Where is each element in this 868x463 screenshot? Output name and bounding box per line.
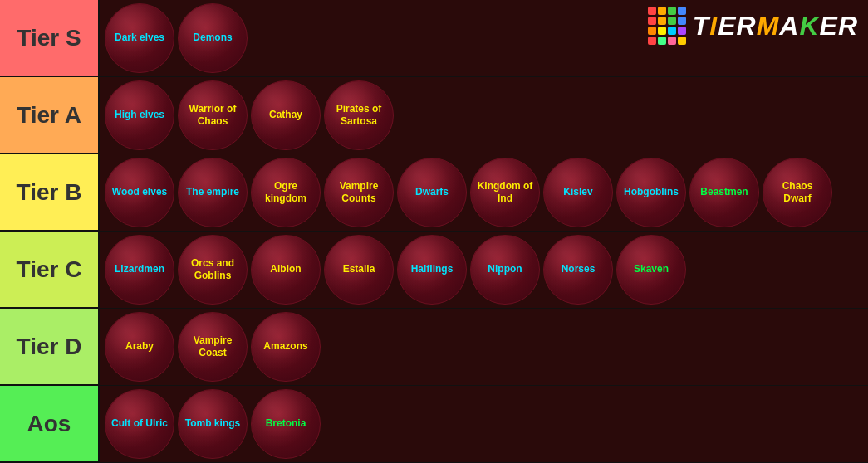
tier-item[interactable]: Tomb kings <box>178 389 248 459</box>
tier-item[interactable]: Kislev <box>543 158 613 227</box>
tier-item-label: Pirates of Sartosa <box>330 103 388 127</box>
tier-item-label: Araby <box>125 340 154 352</box>
tier-item-label: Beastmen <box>700 186 748 197</box>
logo-grid <box>648 7 686 45</box>
tier-item[interactable]: Pirates of Sartosa <box>324 80 394 150</box>
tier-item[interactable]: Dwarfs <box>397 158 467 227</box>
tier-item[interactable]: Norses <box>543 235 613 305</box>
tier-item-label: The empire <box>186 186 239 197</box>
tier-item-label: Chaos Dwarf <box>768 180 826 204</box>
tier-item-label: Dark elves <box>115 32 164 43</box>
tier-item[interactable]: Chaos Dwarf <box>763 158 832 227</box>
tier-row-tier-aos: AosCult of UlricTomb kingsBretonia <box>0 386 868 463</box>
tier-row-tier-d: Tier DArabyVampire CoastAmazons <box>0 309 868 386</box>
tier-item[interactable]: Nippon <box>470 235 540 305</box>
tier-item[interactable]: Araby <box>105 312 174 382</box>
tier-items-tier-a: High elvesWarrior of ChaosCathayPirates … <box>100 77 868 154</box>
tier-item[interactable]: Vampire Coast <box>178 312 248 382</box>
tier-item[interactable]: Warrior of Chaos <box>178 80 248 150</box>
tier-item-label: Skaven <box>634 263 669 275</box>
tier-items-tier-d: ArabyVampire CoastAmazons <box>100 309 868 385</box>
tiers-container: Tier SDark elvesDemonsTier AHigh elvesWa… <box>0 0 868 463</box>
tier-item-label: Lizardmen <box>115 263 164 275</box>
tier-item-label: Tomb kings <box>185 417 240 429</box>
tier-item[interactable]: Bretonia <box>251 389 321 459</box>
tier-item[interactable]: Albion <box>251 235 321 305</box>
tier-items-tier-aos: Cult of UlricTomb kingsBretonia <box>100 386 868 462</box>
tier-items-tier-c: LizardmenOrcs and GoblinsAlbionEstaliaHa… <box>100 232 868 308</box>
tier-item[interactable]: Vampire Counts <box>324 158 394 227</box>
tier-item[interactable]: Beastmen <box>689 158 759 227</box>
tier-item[interactable]: Wood elves <box>105 158 174 227</box>
tier-row-tier-a: Tier AHigh elvesWarrior of ChaosCathayPi… <box>0 77 868 154</box>
tier-item[interactable]: Kingdom of Ind <box>470 158 540 227</box>
tier-item-label: Bretonia <box>266 417 306 429</box>
tier-item-label: Norses <box>562 263 596 275</box>
tier-item[interactable]: High elves <box>105 80 174 150</box>
tier-item[interactable]: Hobgoblins <box>616 158 686 227</box>
tier-item-label: Vampire Coast <box>184 334 242 358</box>
tier-item-label: Estalia <box>343 263 375 275</box>
tier-item-label: Warrior of Chaos <box>184 103 242 127</box>
tier-label-tier-c: Tier C <box>0 232 100 307</box>
tier-item-label: Hobgoblins <box>624 186 679 197</box>
tier-label-tier-b: Tier B <box>0 154 100 230</box>
tier-item[interactable]: Dark elves <box>105 3 174 73</box>
tiermaker-container: TiERMAKER Tier SDark elvesDemonsTier AHi… <box>0 0 868 463</box>
tier-item-label: Kingdom of Ind <box>476 180 534 204</box>
tier-item-label: Ogre kingdom <box>257 180 315 204</box>
tier-item[interactable]: Lizardmen <box>105 235 174 305</box>
tier-row-tier-c: Tier CLizardmenOrcs and GoblinsAlbionEst… <box>0 232 868 309</box>
tier-item[interactable]: Ogre kingdom <box>251 158 321 227</box>
tier-item-label: Amazons <box>263 340 307 352</box>
tier-item[interactable]: Amazons <box>251 312 321 382</box>
tier-item-label: Albion <box>270 263 301 275</box>
tier-item-label: Orcs and Goblins <box>184 257 242 281</box>
tier-items-tier-b: Wood elvesThe empireOgre kingdomVampire … <box>100 154 868 231</box>
tier-label-tier-a: Tier A <box>0 77 100 153</box>
tier-label-tier-s: Tier S <box>0 0 100 76</box>
tier-item-label: High elves <box>115 109 164 120</box>
tier-item[interactable]: The empire <box>178 158 248 227</box>
tier-item[interactable]: Halflings <box>397 235 467 305</box>
tier-item[interactable]: Cathay <box>251 80 321 150</box>
tier-item-label: Halflings <box>411 263 454 275</box>
tier-item[interactable]: Demons <box>178 3 248 73</box>
tier-item-label: Kislev <box>563 186 592 197</box>
tier-item[interactable]: Estalia <box>324 235 394 305</box>
tier-item-label: Cult of Ulric <box>111 417 168 429</box>
tier-item-label: Demons <box>193 32 232 43</box>
logo-area: TiERMAKER <box>648 7 858 45</box>
logo-text: TiERMAKER <box>693 11 858 41</box>
tier-label-tier-aos: Aos <box>0 386 100 461</box>
tier-item-label: Cathay <box>269 109 302 120</box>
tier-label-tier-d: Tier D <box>0 309 100 384</box>
tier-item-label: Wood elves <box>112 186 167 197</box>
tier-item-label: Vampire Counts <box>330 180 388 204</box>
tier-item[interactable]: Orcs and Goblins <box>178 235 248 305</box>
tier-item[interactable]: Cult of Ulric <box>105 389 174 459</box>
tier-item[interactable]: Skaven <box>616 235 686 305</box>
tier-row-tier-b: Tier BWood elvesThe empireOgre kingdomVa… <box>0 154 868 232</box>
tier-item-label: Dwarfs <box>415 186 449 197</box>
tier-item-label: Nippon <box>488 263 522 275</box>
